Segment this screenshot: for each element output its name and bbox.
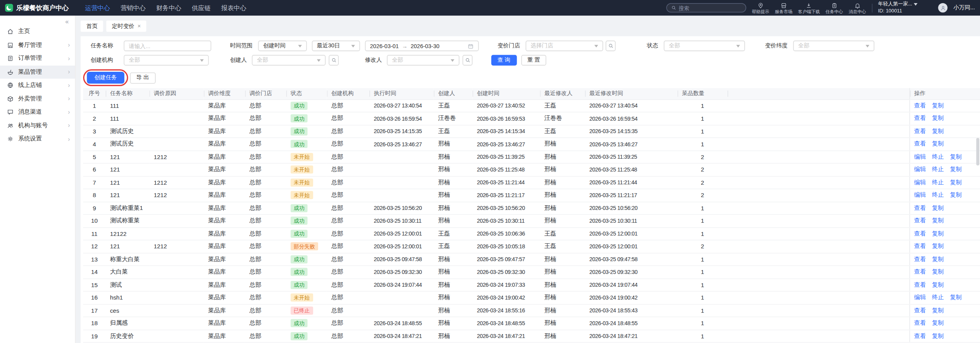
cell-filler (728, 291, 909, 304)
help-tips-button[interactable]: 帮助提示 (752, 2, 769, 14)
action-link-1[interactable]: 查看 (914, 114, 926, 121)
sidebar-item-online-store[interactable]: 线上店铺 › (0, 79, 75, 92)
action-link-1[interactable]: 查看 (914, 307, 926, 314)
sidebar-item-restaurant[interactable]: 餐厅管理 › (0, 38, 75, 52)
action-link-1[interactable]: 查看 (914, 230, 926, 237)
reset-button[interactable]: 重 置 (521, 55, 546, 66)
action-link-2[interactable]: 终止 (932, 153, 944, 160)
sidebar-item-settings[interactable]: 系统设置 › (0, 132, 75, 146)
action-link-1[interactable]: 查看 (914, 255, 926, 262)
action-link-1[interactable]: 编辑 (914, 294, 926, 301)
cell-modify-time: 2026-03-25 14:15:35 (585, 125, 677, 138)
tab-home[interactable]: 首页 (81, 21, 103, 32)
sidebar-item-org-account[interactable]: 机构与账号 › (0, 119, 75, 133)
action-link-2[interactable]: 终止 (932, 166, 944, 173)
action-link-1[interactable]: 查看 (914, 281, 926, 288)
action-link-1[interactable]: 查看 (914, 268, 926, 275)
action-link-2[interactable]: 复制 (932, 268, 944, 275)
time-preset-select[interactable]: 最近30日 (312, 41, 360, 51)
action-link-1[interactable]: 查看 (914, 140, 926, 147)
nav-item-operations[interactable]: 运营中心 (84, 3, 111, 12)
collapse-sidebar-icon[interactable]: « (65, 19, 69, 25)
action-link-2[interactable]: 复制 (932, 243, 944, 249)
creator-select[interactable]: 全部 (252, 55, 326, 66)
query-button[interactable]: 查 询 (491, 55, 517, 66)
cell-dimension: 菜品库 (204, 291, 245, 304)
action-link-1[interactable]: 查看 (914, 127, 926, 134)
action-link-2[interactable]: 复制 (932, 281, 944, 288)
date-range-picker[interactable]: 2026-03-01 → 2026-03-30 (365, 41, 479, 51)
nav-item-finance[interactable]: 财务中心 (155, 3, 183, 12)
action-link-1[interactable]: 查看 (914, 204, 926, 211)
message-center-button[interactable]: 消息中心 (849, 2, 866, 14)
action-link-1[interactable]: 查看 (914, 217, 926, 224)
action-link-1[interactable]: 查看 (914, 102, 926, 109)
cell-reason: 1212 (150, 189, 204, 202)
global-search[interactable] (666, 3, 746, 12)
action-link-2[interactable]: 复制 (932, 319, 944, 326)
sidebar-item-orders[interactable]: 订单管理 › (0, 52, 75, 66)
store-switcher[interactable]: 年轻人第一家... ID: 100011 (878, 1, 917, 15)
dimension-select[interactable]: 全部 (793, 41, 874, 51)
action-link-1[interactable]: 编辑 (914, 191, 926, 198)
action-link-3[interactable]: 复制 (950, 191, 962, 198)
action-link-2[interactable]: 复制 (932, 140, 944, 147)
action-link-1[interactable]: 查看 (914, 332, 926, 339)
status-select[interactable]: 全部 (664, 41, 745, 51)
task-name-input[interactable] (124, 41, 211, 51)
cell-dimension: 菜品库 (204, 189, 245, 202)
action-link-2[interactable]: 复制 (932, 127, 944, 134)
action-link-3[interactable]: 复制 (950, 153, 962, 160)
user-name[interactable]: 小万同... (954, 4, 975, 12)
action-link-2[interactable]: 复制 (932, 217, 944, 224)
sidebar-item-takeout[interactable]: 外卖管理 › (0, 92, 75, 106)
cell-modify-time: 2026-03-24 18:55:43 (585, 304, 677, 317)
action-link-2[interactable]: 终止 (932, 191, 944, 198)
nav-item-marketing[interactable]: 营销中心 (119, 3, 147, 12)
col-modify-time: 最近修改时间 (585, 88, 677, 99)
global-search-input[interactable] (679, 5, 741, 11)
action-link-1[interactable]: 查看 (914, 319, 926, 326)
action-link-2[interactable]: 复制 (932, 307, 944, 314)
action-link-2[interactable]: 复制 (932, 230, 944, 237)
task-center-button[interactable]: 任务中心 (825, 2, 843, 14)
action-link-1[interactable]: 查看 (914, 243, 926, 249)
action-link-2[interactable]: 复制 (932, 204, 944, 211)
modifier-select[interactable]: 全部 (387, 55, 460, 66)
tab-scheduled-price-change[interactable]: 定时变价 × (106, 21, 146, 32)
client-download-button[interactable]: 客户端下载 (798, 2, 820, 14)
service-market-button[interactable]: 服务市场 (775, 2, 792, 14)
action-link-1[interactable]: 编辑 (914, 178, 926, 185)
modifier-search-button[interactable] (463, 55, 473, 66)
action-link-2[interactable]: 复制 (932, 114, 944, 121)
avatar[interactable] (938, 3, 948, 12)
action-link-2[interactable]: 复制 (932, 102, 944, 109)
vertical-scrollbar[interactable] (976, 138, 979, 166)
create-org-select[interactable]: 全部 (124, 55, 209, 66)
action-link-1[interactable]: 编辑 (914, 153, 926, 160)
close-icon[interactable]: × (138, 23, 141, 29)
action-link-2[interactable]: 终止 (932, 178, 944, 185)
price-change-store-select[interactable]: 选择门店 (526, 41, 603, 51)
export-button[interactable]: 导 出 (130, 72, 155, 83)
sidebar-item-dishes[interactable]: 菜品管理 › (0, 65, 75, 79)
cell-actions: 编辑 终止 复制 (909, 291, 980, 304)
cell-actions: 查看 复制 (909, 330, 980, 343)
cell-dish-count: 1 (677, 266, 728, 279)
action-link-3[interactable]: 复制 (950, 178, 962, 185)
sidebar-item-home[interactable]: 主页 (0, 25, 75, 38)
action-link-3[interactable]: 复制 (950, 294, 962, 301)
restaurant-icon (7, 42, 14, 49)
sidebar-item-message-channel[interactable]: 消息渠道 › (0, 106, 75, 119)
creator-search-button[interactable] (329, 55, 339, 66)
action-link-3[interactable]: 复制 (950, 166, 962, 173)
action-link-2[interactable]: 复制 (932, 255, 944, 262)
nav-item-supply-chain[interactable]: 供应链 (191, 3, 212, 12)
nav-item-reports[interactable]: 报表中心 (220, 3, 247, 12)
action-link-2[interactable]: 终止 (932, 294, 944, 301)
action-link-1[interactable]: 编辑 (914, 166, 926, 173)
time-type-select[interactable]: 创建时间 (258, 41, 307, 51)
action-link-2[interactable]: 复制 (932, 332, 944, 339)
create-task-button[interactable]: 创建任务 (87, 72, 125, 84)
store-search-button[interactable] (606, 41, 616, 51)
